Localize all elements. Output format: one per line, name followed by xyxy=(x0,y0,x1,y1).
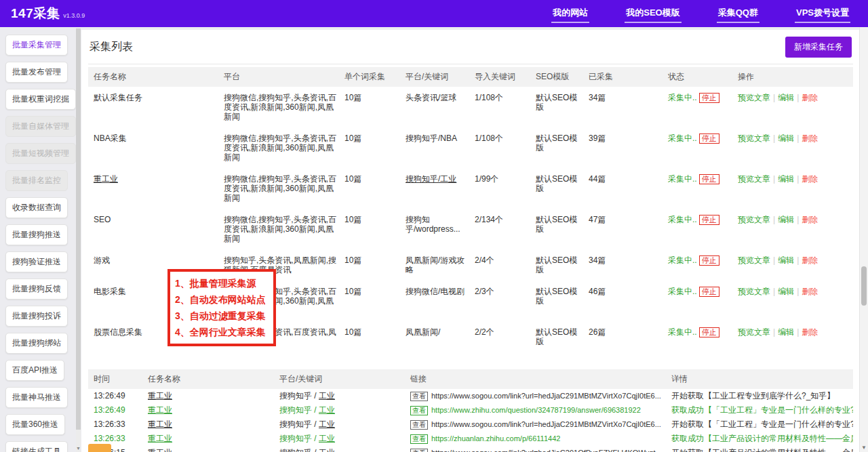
sidebar-item[interactable]: 批量神马推送 xyxy=(5,387,68,408)
preview-article-link[interactable]: 预览文章 xyxy=(738,327,770,337)
delete-link[interactable]: 删除 xyxy=(802,255,818,265)
log-task-name[interactable]: 重工业 xyxy=(148,419,172,429)
edit-link[interactable]: 编辑 xyxy=(778,93,794,102)
delete-link[interactable]: 删除 xyxy=(802,327,818,337)
task-platform-keyword: 头条资讯/篮球 xyxy=(406,93,456,102)
task-imported-keywords: 2/3个 xyxy=(475,281,536,321)
edit-link[interactable]: 编辑 xyxy=(778,174,794,184)
sidebar-item[interactable]: 收录数据查询 xyxy=(5,197,68,218)
preview-article-link[interactable]: 预览文章 xyxy=(738,255,770,265)
sidebar-item[interactable]: 批量采集管理 xyxy=(5,35,68,56)
sidebar-scrollbar-thumb[interactable] xyxy=(76,28,81,430)
log-task-name[interactable]: 重工业 xyxy=(148,448,172,452)
view-badge[interactable]: 查看 xyxy=(410,406,428,415)
stop-button[interactable]: 停止 xyxy=(699,287,719,297)
preview-article-link[interactable]: 预览文章 xyxy=(738,93,770,102)
task-seo-template: 默认SEO模版 xyxy=(536,281,589,321)
pagination-button[interactable] xyxy=(88,444,111,452)
delete-link[interactable]: 删除 xyxy=(802,133,818,143)
log-keyword[interactable]: 工业 xyxy=(319,419,335,429)
op-separator: | xyxy=(773,133,775,143)
log-detail: 开始获取【「工业工程」专业是一门什么样的专业?_知乎】 xyxy=(671,417,853,432)
task-collected-count: 34篇 xyxy=(589,249,668,281)
log-platform: 搜狗知乎 / xyxy=(279,391,319,400)
page-scroll-down-icon[interactable]: ▼ xyxy=(860,445,868,451)
tasks-column-header: 任务名称 xyxy=(88,67,224,87)
log-url[interactable]: https://www.sogou.com/link?url=hedJjaC29… xyxy=(431,420,661,428)
log-task-name[interactable]: 重工业 xyxy=(148,434,172,443)
edit-link[interactable]: 编辑 xyxy=(778,133,794,143)
task-row: NBA采集搜狗微信,搜狗知乎,头条资讯,百度资讯,新浪新闻,360新闻,凤凰新闻… xyxy=(88,127,853,168)
log-keyword[interactable]: 工业 xyxy=(319,405,335,415)
log-row: 13:26:49重工业搜狗知乎 / 工业查看https://www.sogou.… xyxy=(88,389,853,403)
stop-button[interactable]: 停止 xyxy=(699,93,719,103)
stop-button[interactable]: 停止 xyxy=(699,327,719,337)
view-badge[interactable]: 查看 xyxy=(410,434,428,444)
log-url[interactable]: https://www.sogou.com/link?url=hedJjaC29… xyxy=(431,392,661,400)
task-platform-keyword: 搜狗知乎/NBA xyxy=(406,133,457,143)
view-badge[interactable]: 查看 xyxy=(410,392,428,401)
sidebar-item[interactable]: 批量权重词挖掘 xyxy=(5,89,76,110)
task-per-word-count: 10篇 xyxy=(344,168,406,209)
preview-article-link[interactable]: 预览文章 xyxy=(738,215,770,224)
stop-button[interactable]: 停止 xyxy=(699,133,719,144)
edit-link[interactable]: 编辑 xyxy=(778,287,794,296)
task-seo-template: 默认SEO模版 xyxy=(536,87,589,127)
page-scrollbar-thumb[interactable] xyxy=(861,266,867,306)
new-task-button[interactable]: 新增采集任务 xyxy=(785,37,852,58)
task-platform-keyword[interactable]: 搜狗知乎/工业 xyxy=(406,174,456,184)
task-name: 默认采集任务 xyxy=(94,93,142,102)
top-nav-item-3[interactable]: 采集QQ群 xyxy=(717,5,760,23)
stop-button[interactable]: 停止 xyxy=(699,255,719,266)
edit-link[interactable]: 编辑 xyxy=(778,327,794,337)
task-per-word-count: 10篇 xyxy=(344,127,406,168)
page-scrollbar[interactable]: ▼ xyxy=(859,27,868,452)
preview-article-link[interactable]: 预览文章 xyxy=(738,287,770,296)
task-collected-count: 39篇 xyxy=(589,127,668,168)
task-platforms: 搜狗微信,搜狗知乎,头条资讯,百度资讯,新浪新闻,360新闻,凤凰新闻 xyxy=(224,168,344,209)
sidebar-item[interactable]: 链接生成工具 xyxy=(5,441,68,452)
stop-button[interactable]: 停止 xyxy=(699,215,719,225)
view-badge[interactable]: 查看 xyxy=(410,449,428,452)
sidebar-item[interactable]: 批量360推送 xyxy=(5,414,65,435)
delete-link[interactable]: 删除 xyxy=(802,174,818,184)
delete-link[interactable]: 删除 xyxy=(802,215,818,224)
log-task-name[interactable]: 重工业 xyxy=(148,391,172,400)
delete-link[interactable]: 删除 xyxy=(802,287,818,296)
view-badge[interactable]: 查看 xyxy=(410,420,428,430)
preview-article-link[interactable]: 预览文章 xyxy=(738,174,770,184)
sidebar-item[interactable]: 百度API推送 xyxy=(5,360,64,381)
sidebar-item[interactable]: 批量搜狗绑站 xyxy=(5,333,68,354)
sidebar-scroll-down-icon[interactable]: ▼ xyxy=(76,446,81,451)
sidebar-item[interactable]: 批量搜狗投诉 xyxy=(5,306,68,327)
log-platform: 搜狗知乎 / xyxy=(279,419,319,429)
stop-button[interactable]: 停止 xyxy=(699,174,719,184)
edit-link[interactable]: 编辑 xyxy=(778,255,794,265)
preview-article-link[interactable]: 预览文章 xyxy=(738,133,770,143)
tasks-column-header: 单个词采集 xyxy=(344,67,406,87)
log-keyword[interactable]: 工业 xyxy=(319,434,335,443)
log-url[interactable]: https://www.zhihu.com/question/324787199… xyxy=(431,406,641,414)
log-url[interactable]: https://zhuanlan.zhihu.com/p/66111442 xyxy=(431,434,560,443)
log-keyword[interactable]: 工业 xyxy=(319,448,335,452)
sidebar-item[interactable]: 批量搜狗反馈 xyxy=(5,279,68,300)
task-name[interactable]: 重工业 xyxy=(94,174,118,184)
log-platform: 搜狗知乎 / xyxy=(279,434,319,443)
sidebar-item[interactable]: 批量搜狗推送 xyxy=(5,224,68,245)
status-running-label: 采集中.. xyxy=(668,174,697,184)
edit-link[interactable]: 编辑 xyxy=(778,215,794,224)
app-version: v1.3.0.9 xyxy=(63,12,85,19)
sidebar-scrollbar[interactable]: ▼ xyxy=(76,27,81,452)
log-url[interactable]: https://www.sogou.com/link?url=hedJjaC29… xyxy=(431,449,662,452)
log-keyword[interactable]: 工业 xyxy=(319,391,335,400)
top-nav-item-2[interactable]: 我的SEO模版 xyxy=(625,5,681,23)
sidebar-item[interactable]: 批量发布管理 xyxy=(5,62,68,83)
top-nav-item-1[interactable]: 我的网站 xyxy=(551,5,589,23)
top-nav-item-4[interactable]: VPS拨号设置 xyxy=(795,5,850,23)
task-imported-keywords: 2/4个 xyxy=(475,249,536,281)
delete-link[interactable]: 删除 xyxy=(802,93,818,102)
task-name: 游戏 xyxy=(94,255,110,265)
log-task-name[interactable]: 重工业 xyxy=(148,405,172,415)
sidebar-item[interactable]: 搜狗验证推送 xyxy=(5,251,68,272)
task-collected-count: 44篇 xyxy=(589,168,668,209)
